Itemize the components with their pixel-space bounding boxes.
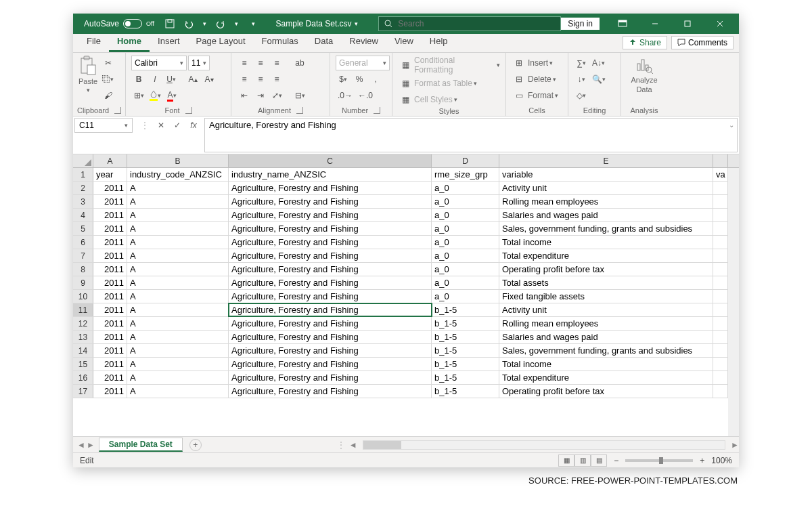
cell[interactable]: Agriculture, Forestry and Fishing bbox=[229, 385, 432, 398]
decrease-font-icon[interactable]: A▾ bbox=[202, 72, 217, 87]
cell[interactable]: Total expenditure bbox=[499, 371, 713, 384]
increase-decimal-icon[interactable]: .0→ bbox=[336, 88, 355, 103]
cell[interactable]: b_1-5 bbox=[432, 371, 499, 384]
row-header[interactable]: 12 bbox=[73, 317, 93, 330]
cell[interactable] bbox=[713, 182, 728, 194]
cell[interactable]: A bbox=[127, 249, 229, 262]
cell[interactable]: 2011 bbox=[93, 182, 127, 194]
font-dialog-launcher[interactable] bbox=[185, 107, 192, 114]
cell[interactable]: Sales, government funding, grants and su… bbox=[499, 222, 713, 235]
delete-cells-icon[interactable]: ⊟ bbox=[512, 72, 526, 87]
row-header[interactable]: 2 bbox=[73, 182, 93, 194]
cell[interactable]: 2011 bbox=[93, 195, 127, 208]
cell[interactable]: 2011 bbox=[93, 303, 127, 316]
align-center-icon[interactable]: ≡ bbox=[253, 72, 268, 87]
cell[interactable]: year bbox=[93, 168, 127, 181]
cell[interactable] bbox=[713, 209, 728, 221]
cut-icon[interactable]: ✂ bbox=[100, 56, 116, 70]
analyze-label-1[interactable]: Analyze bbox=[631, 76, 657, 84]
cell[interactable]: Activity unit bbox=[499, 182, 713, 194]
minimize-icon[interactable] bbox=[640, 14, 670, 34]
row-header[interactable]: 13 bbox=[73, 331, 93, 343]
add-sheet-icon[interactable]: + bbox=[189, 439, 202, 451]
cell[interactable]: Fixed tangible assets bbox=[499, 290, 713, 303]
share-button[interactable]: Share bbox=[623, 36, 667, 49]
cell[interactable]: industry_name_ANZSIC bbox=[229, 168, 432, 181]
number-format-select[interactable]: General▾ bbox=[336, 56, 390, 70]
insert-cells-icon[interactable]: ⊞ bbox=[512, 56, 526, 70]
cell[interactable] bbox=[713, 303, 728, 316]
paste-icon[interactable] bbox=[79, 56, 97, 76]
fill-icon[interactable]: ↓▾ bbox=[574, 72, 589, 87]
hscroll-thumb[interactable] bbox=[363, 441, 401, 449]
name-box[interactable]: C11 ▾ bbox=[74, 118, 133, 133]
cell[interactable]: Agriculture, Forestry and Fishing bbox=[229, 317, 432, 330]
cell[interactable]: A bbox=[127, 303, 229, 316]
cell[interactable]: a_0 bbox=[432, 209, 499, 221]
cell[interactable]: Agriculture, Forestry and Fishing bbox=[229, 371, 432, 384]
borders-icon[interactable]: ⊞▾ bbox=[131, 88, 146, 103]
italic-button[interactable]: I bbox=[148, 72, 162, 87]
search-box[interactable] bbox=[378, 16, 561, 31]
cell[interactable]: A bbox=[127, 344, 229, 357]
zoom-thumb[interactable] bbox=[659, 457, 663, 464]
redo-icon[interactable] bbox=[216, 19, 225, 28]
select-all-corner[interactable] bbox=[73, 154, 93, 167]
cell[interactable]: A bbox=[127, 222, 229, 235]
row-header[interactable]: 3 bbox=[73, 195, 93, 208]
cell[interactable]: a_0 bbox=[432, 263, 499, 276]
cell[interactable]: Activity unit bbox=[499, 303, 713, 316]
column-header-D[interactable]: D bbox=[432, 154, 499, 167]
accept-formula-icon[interactable]: ✓ bbox=[171, 119, 184, 132]
cell[interactable]: Sales, government funding, grants and su… bbox=[499, 344, 713, 357]
ribbon-display-icon[interactable] bbox=[608, 14, 637, 34]
cell[interactable]: 2011 bbox=[93, 249, 127, 262]
cell[interactable]: Agriculture, Forestry and Fishing bbox=[229, 290, 432, 303]
cell[interactable]: b_1-5 bbox=[432, 317, 499, 330]
column-header-C[interactable]: C bbox=[229, 154, 432, 167]
sort-filter-icon[interactable]: A↓▾ bbox=[590, 56, 607, 70]
underline-button[interactable]: U▾ bbox=[164, 72, 179, 87]
tab-formulas[interactable]: Formulas bbox=[254, 33, 307, 52]
zoom-out-icon[interactable]: − bbox=[614, 456, 618, 465]
format-painter-icon[interactable]: 🖌 bbox=[100, 88, 116, 103]
cell[interactable]: A bbox=[127, 195, 229, 208]
cell[interactable]: Operating profit before tax bbox=[499, 263, 713, 276]
row-header[interactable]: 4 bbox=[73, 209, 93, 221]
tab-view[interactable]: View bbox=[386, 33, 422, 52]
toggle-switch[interactable] bbox=[123, 19, 142, 28]
column-header-f[interactable] bbox=[713, 154, 728, 167]
row-header[interactable]: 15 bbox=[73, 358, 93, 371]
alignment-dialog-launcher[interactable] bbox=[296, 107, 303, 114]
sheet-tab[interactable]: Sample Data Set bbox=[99, 438, 183, 452]
sheet-nav-next-icon[interactable]: ► bbox=[87, 440, 95, 450]
clear-icon[interactable]: ◇▾ bbox=[574, 88, 589, 103]
tab-help[interactable]: Help bbox=[422, 33, 456, 52]
format-as-table-label[interactable]: Format as Table bbox=[414, 79, 472, 88]
cell[interactable]: A bbox=[127, 290, 229, 303]
analyze-label-2[interactable]: Data bbox=[636, 85, 652, 93]
increase-indent-icon[interactable]: ⇥ bbox=[253, 88, 268, 103]
decrease-decimal-icon[interactable]: ←.0 bbox=[356, 88, 375, 103]
row-header[interactable]: 11 bbox=[73, 303, 93, 316]
decrease-indent-icon[interactable]: ⇤ bbox=[237, 88, 252, 103]
signin-button[interactable]: Sign in bbox=[561, 18, 600, 30]
tab-insert[interactable]: Insert bbox=[150, 33, 188, 52]
cell[interactable]: Agriculture, Forestry and Fishing bbox=[229, 303, 432, 316]
cell[interactable] bbox=[713, 195, 728, 208]
cell[interactable]: variable bbox=[499, 168, 713, 181]
cell[interactable]: 2011 bbox=[93, 222, 127, 235]
cell[interactable]: a_0 bbox=[432, 182, 499, 194]
cell[interactable]: a_0 bbox=[432, 195, 499, 208]
cell[interactable] bbox=[713, 263, 728, 276]
cell[interactable]: b_1-5 bbox=[432, 303, 499, 316]
column-header-B[interactable]: B bbox=[127, 154, 229, 167]
cell[interactable]: a_0 bbox=[432, 236, 499, 249]
cell[interactable]: Agriculture, Forestry and Fishing bbox=[229, 263, 432, 276]
horizontal-scrollbar[interactable] bbox=[363, 440, 725, 450]
cell[interactable]: 2011 bbox=[93, 385, 127, 398]
save-icon[interactable] bbox=[165, 19, 175, 28]
cell-styles-icon[interactable]: ▦ bbox=[398, 92, 413, 107]
row-header[interactable]: 17 bbox=[73, 385, 93, 398]
cell[interactable]: 2011 bbox=[93, 331, 127, 343]
